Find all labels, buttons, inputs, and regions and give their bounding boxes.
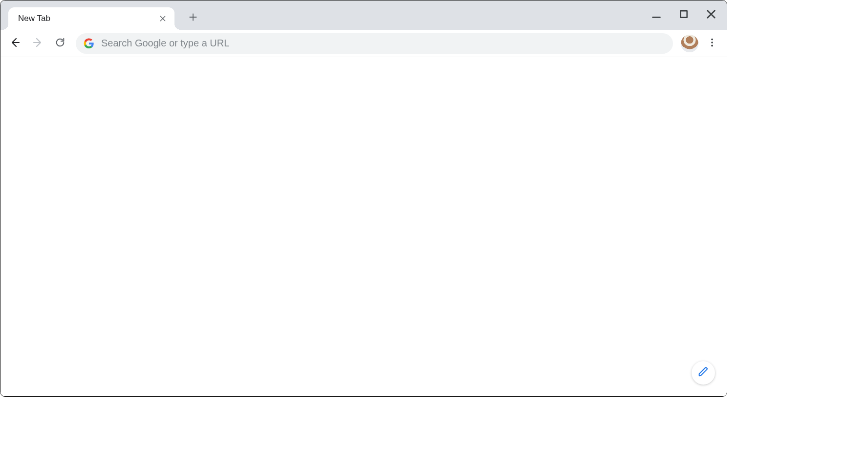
reload-icon — [55, 37, 65, 50]
new-tab-button[interactable] — [184, 9, 202, 27]
forward-arrow-icon — [32, 37, 43, 50]
forward-button[interactable] — [28, 34, 47, 53]
svg-point-2 — [711, 42, 713, 43]
toolbar — [0, 30, 727, 57]
tab-strip: New Tab — [0, 0, 727, 30]
window-controls — [645, 0, 723, 30]
customize-button[interactable] — [692, 361, 715, 385]
reload-button[interactable] — [50, 34, 70, 53]
google-g-icon — [84, 38, 94, 49]
pencil-icon — [698, 366, 709, 379]
tab-active[interactable]: New Tab — [8, 7, 174, 30]
svg-rect-0 — [680, 11, 687, 17]
page-content — [0, 57, 727, 396]
plus-icon — [188, 12, 198, 24]
back-button[interactable] — [5, 34, 25, 53]
omnibox[interactable] — [76, 33, 673, 54]
maximize-button[interactable] — [672, 3, 695, 27]
close-icon[interactable] — [158, 14, 168, 23]
browser-window: New Tab — [0, 0, 727, 397]
more-vert-icon — [707, 37, 717, 50]
window-close-button[interactable] — [699, 3, 723, 27]
maximize-icon — [679, 9, 689, 21]
address-search-input[interactable] — [101, 38, 665, 49]
back-arrow-icon — [9, 37, 21, 50]
chrome-menu-button[interactable] — [702, 34, 722, 53]
minimize-icon — [651, 9, 662, 22]
svg-point-3 — [711, 44, 713, 46]
profile-avatar-icon — [681, 35, 698, 52]
minimize-button[interactable] — [645, 3, 668, 27]
svg-point-1 — [711, 38, 713, 40]
window-close-icon — [706, 9, 716, 22]
tab-title: New Tab — [18, 14, 153, 23]
profile-button[interactable] — [681, 35, 698, 52]
